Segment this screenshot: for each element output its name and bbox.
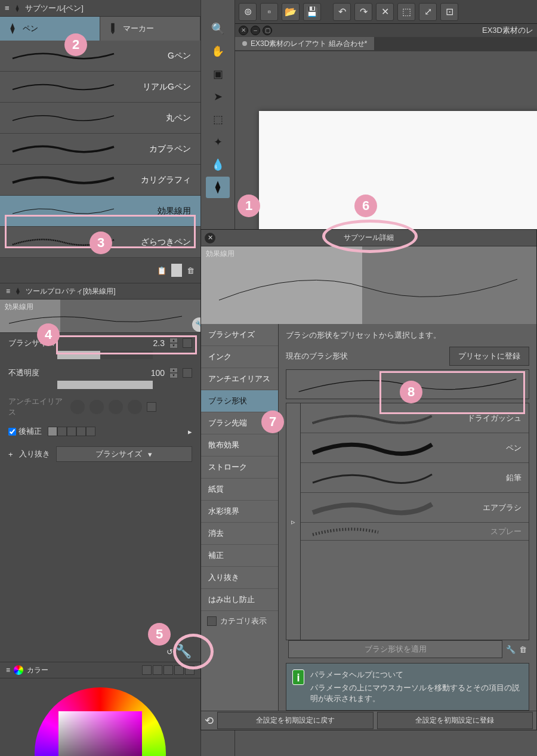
close-icon[interactable]: ✕ bbox=[205, 233, 215, 243]
aa-link[interactable] bbox=[147, 402, 156, 412]
brush-size-row: ブラシサイズ 2.3 ▲▼ bbox=[0, 333, 200, 353]
trash-icon[interactable]: 🗑 bbox=[187, 266, 195, 275]
transform-icon[interactable]: ⤢ bbox=[419, 3, 437, 21]
brush-size-value[interactable]: 2.3 bbox=[153, 338, 165, 348]
brush-calligraphy[interactable]: カリグラフィ bbox=[0, 165, 200, 196]
tab-marker[interactable]: マーカー bbox=[100, 17, 200, 41]
cat-correction[interactable]: 補正 bbox=[201, 545, 278, 567]
preset-list[interactable]: ドライガッシュ ペン 鉛筆 エアブラシ スプレー bbox=[301, 403, 529, 640]
brush-maru-pen[interactable]: 丸ペン bbox=[0, 103, 200, 134]
brush-size-stepper[interactable]: ▲▼ bbox=[169, 338, 178, 348]
select-all-icon[interactable]: ⬚ bbox=[397, 3, 415, 21]
aa-option-3[interactable] bbox=[109, 400, 123, 414]
brush-kabura-pen[interactable]: カブラペン bbox=[0, 134, 200, 165]
color-tab-2[interactable] bbox=[153, 665, 162, 675]
redo-icon[interactable]: ↷ bbox=[354, 3, 372, 21]
cat-watercolor[interactable]: 水彩境界 bbox=[201, 501, 278, 523]
opacity-value[interactable]: 100 bbox=[151, 368, 165, 378]
inout-dropdown[interactable]: ブラシサイズ ▾ bbox=[56, 446, 192, 462]
preset-dry-gouache[interactable]: ドライガッシュ bbox=[301, 403, 529, 433]
wrench-icon[interactable]: 🔧 bbox=[506, 645, 516, 654]
reset-icon[interactable]: ⟲ bbox=[205, 714, 214, 727]
preset-pencil[interactable]: 鉛筆 bbox=[301, 463, 529, 493]
preset-spray[interactable]: スプレー bbox=[301, 523, 529, 541]
preset-scroll-left[interactable]: ▹ bbox=[286, 403, 301, 640]
cat-ink[interactable]: インク bbox=[201, 346, 278, 368]
pc-4[interactable] bbox=[76, 427, 86, 436]
reset-icon[interactable]: ↺ bbox=[166, 647, 173, 656]
brush-size-link[interactable] bbox=[183, 338, 192, 348]
chevron-right-icon[interactable]: ▸ bbox=[188, 427, 192, 436]
menu-icon[interactable]: ≡ bbox=[5, 4, 10, 13]
color-tab-1[interactable] bbox=[142, 665, 152, 675]
eyedropper-icon[interactable]: 💧 bbox=[206, 154, 230, 175]
swirl-icon[interactable]: ⊚ bbox=[239, 3, 257, 21]
pc-1[interactable] bbox=[48, 427, 57, 436]
opacity-link[interactable] bbox=[183, 368, 192, 378]
opacity-stepper[interactable]: ▲▼ bbox=[169, 368, 178, 378]
preset-airbrush[interactable]: エアブラシ bbox=[301, 493, 529, 523]
menu-icon[interactable]: ≡ bbox=[6, 666, 10, 674]
brush-g-pen[interactable]: Gペン bbox=[0, 41, 200, 72]
clipboard-icon[interactable]: 📋 bbox=[157, 266, 166, 275]
color-tab-5[interactable] bbox=[185, 665, 195, 675]
category-show-checkbox[interactable] bbox=[207, 616, 217, 626]
open-file-icon[interactable]: 📂 bbox=[282, 3, 300, 21]
window-close-icon[interactable]: ✕ bbox=[239, 26, 248, 35]
cat-brush-shape[interactable]: ブラシ形状 bbox=[201, 390, 278, 412]
register-defaults-button[interactable]: 全設定を初期設定に登録 bbox=[377, 712, 533, 729]
color-tab-4[interactable] bbox=[174, 665, 184, 675]
trash-icon[interactable]: 🗑 bbox=[519, 645, 527, 654]
pc-3[interactable] bbox=[67, 427, 76, 436]
save-icon[interactable]: 💾 bbox=[303, 3, 321, 21]
cat-paper[interactable]: 紙質 bbox=[201, 479, 278, 501]
clear-icon[interactable]: ✕ bbox=[376, 3, 394, 21]
apply-shape-button[interactable]: ブラシ形状を適用 bbox=[288, 640, 502, 658]
cat-overflow[interactable]: はみ出し防止 bbox=[201, 589, 278, 611]
brush-zaratsuki-pen[interactable]: ざらつきペン bbox=[0, 227, 200, 258]
preset-pen[interactable]: ペン bbox=[301, 433, 529, 463]
cat-inout[interactable]: 入り抜き bbox=[201, 567, 278, 589]
marquee-icon[interactable]: ⬚ bbox=[206, 109, 230, 130]
wand-icon[interactable]: ✦ bbox=[206, 131, 230, 153]
arrow-icon[interactable]: ➤ bbox=[206, 86, 230, 107]
post-correction-checkbox[interactable] bbox=[8, 428, 16, 436]
pc-5[interactable] bbox=[86, 427, 95, 436]
tab-pen[interactable]: ペン bbox=[0, 17, 100, 41]
window-maximize-icon[interactable]: ▢ bbox=[263, 26, 272, 35]
cat-erase[interactable]: 消去 bbox=[201, 523, 278, 545]
pc-2[interactable] bbox=[57, 427, 67, 436]
opacity-slider[interactable] bbox=[57, 381, 153, 389]
current-shape-label: 現在のブラシ形状 bbox=[286, 351, 348, 362]
crop-icon[interactable]: ⊡ bbox=[440, 3, 458, 21]
document-tab[interactable]: EX3D素材のレイアウト 組み合わせ* bbox=[235, 37, 374, 50]
undo-icon[interactable]: ↶ bbox=[333, 3, 351, 21]
brush-size-slider[interactable] bbox=[57, 351, 153, 359]
cat-spray[interactable]: 散布効果 bbox=[201, 434, 278, 456]
aa-option-4[interactable] bbox=[128, 400, 142, 414]
hand-icon[interactable]: ✋ bbox=[206, 41, 230, 62]
aa-option-2[interactable] bbox=[90, 400, 104, 414]
subtool-panel: ≡ サブツール[ペン] ペン マーカー Gペン リアルGペン 丸ペン カブラペン… bbox=[0, 0, 200, 756]
cat-brush-tip[interactable]: ブラシ先端 bbox=[201, 412, 278, 434]
magnifier-icon[interactable]: 🔍 bbox=[206, 18, 230, 39]
file-icon[interactable] bbox=[171, 264, 182, 277]
cat-antialias[interactable]: アンチエイリアス bbox=[201, 368, 278, 390]
plus-icon[interactable]: + bbox=[8, 450, 13, 459]
pen-tool-icon[interactable] bbox=[206, 177, 230, 198]
aa-option-1[interactable] bbox=[70, 400, 85, 414]
wrench-icon[interactable]: 🔧 bbox=[175, 644, 192, 659]
window-minimize-icon[interactable]: – bbox=[251, 26, 260, 35]
register-preset-button[interactable]: プリセットに登録 bbox=[449, 347, 529, 366]
subtool-tabs: ペン マーカー bbox=[0, 17, 200, 41]
cat-stroke[interactable]: ストローク bbox=[201, 456, 278, 479]
reset-defaults-button[interactable]: 全設定を初期設定に戻す bbox=[217, 712, 374, 729]
cube-icon[interactable]: ▣ bbox=[206, 63, 230, 85]
brush-koukasen[interactable]: 効果線用 bbox=[0, 196, 200, 227]
brush-real-g-pen[interactable]: リアルGペン bbox=[0, 72, 200, 103]
color-tab-3[interactable] bbox=[163, 665, 173, 675]
cat-brush-size[interactable]: ブラシサイズ bbox=[201, 324, 278, 346]
color-wheel[interactable] bbox=[0, 678, 200, 756]
menu-icon[interactable]: ≡ bbox=[6, 287, 10, 295]
new-file-icon[interactable]: ▫ bbox=[260, 3, 278, 21]
